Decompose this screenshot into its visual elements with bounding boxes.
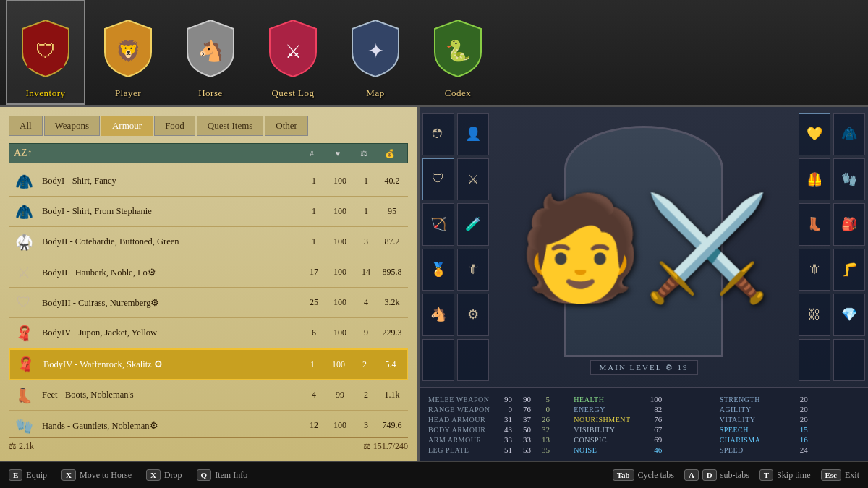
label-info: Item Info <box>215 470 247 481</box>
label-subtabs: sub-tabs <box>720 470 749 481</box>
stat-noise-label: NOISE <box>574 446 639 454</box>
eq-slot-misc3[interactable] <box>457 339 489 382</box>
key-x-horse: X <box>61 469 76 481</box>
tab-map[interactable]: ✦ Map <box>336 0 415 105</box>
key-t: T <box>760 469 773 481</box>
eq-slot-helmet[interactable]: ⛑ <box>422 113 454 155</box>
stat-body: BODY ARMOUR 43 50 32 <box>428 424 568 435</box>
filter-all[interactable]: All <box>9 116 43 136</box>
tab-codex-label: Codex <box>445 87 471 99</box>
stat-charisma-label: CHARISMA <box>720 436 785 444</box>
eq-slot-r7[interactable] <box>833 339 865 382</box>
stats-panel: MELEE WEAPON 90 90 5 RANGE WEAPON 0 76 0… <box>420 387 868 461</box>
item-wt: 3 <box>353 236 379 247</box>
stat-nourishment-label: NOURISHMENT <box>574 416 639 424</box>
eq-slot-torso-r[interactable]: 💛 <box>799 113 830 155</box>
item-qty: 1 <box>301 176 327 187</box>
item-icon: ⚔ <box>12 260 36 285</box>
stat-head-v2: 37 <box>515 415 531 424</box>
list-item[interactable]: 🧥 BodyI - Shirt, Fancy 1 100 1 40.2 <box>9 166 408 197</box>
eq-slot-gloves[interactable]: 🧤 <box>833 158 865 201</box>
item-val: 5.4 <box>378 359 404 370</box>
eq-slot-vest[interactable]: 🦺 <box>799 158 830 201</box>
eq-slot-misc2[interactable] <box>422 339 454 382</box>
horse-shield: 🐴 <box>181 12 240 85</box>
stat-range-v3: 0 <box>534 405 550 414</box>
filter-other[interactable]: Other <box>265 116 308 136</box>
svg-text:🛡: 🛡 <box>35 40 56 62</box>
eq-slot-bow[interactable]: 🏹 <box>422 203 454 246</box>
stats-mid-col: HEALTH 100 ENERGY 82 NOURISHMENT 76 VISI… <box>574 394 713 455</box>
eq-slot-badge[interactable]: 🏅 <box>422 249 454 291</box>
eq-slot-misc1[interactable]: ⚙ <box>457 294 489 336</box>
item-wt: 1 <box>353 206 379 217</box>
item-icon: 🧣 <box>13 352 38 377</box>
hotkey-exit[interactable]: Esc Exit <box>821 469 860 481</box>
item-name: BodyIII - Cuirass, Nuremberg⚙ <box>42 297 301 309</box>
eq-slot-r4[interactable]: ⛓ <box>799 294 830 336</box>
stat-agility-label: AGILITY <box>720 406 785 414</box>
tab-codex[interactable]: 🐍 Codex <box>418 0 498 105</box>
filter-food[interactable]: Food <box>154 116 195 136</box>
list-item[interactable]: 🥋 BodyII - Cotehardie, Buttoned, Green 1… <box>9 227 408 257</box>
stat-charisma-val: 16 <box>788 435 808 444</box>
character-display: 🧑‍⚔️ MAIN LEVEL ⚙ 19 <box>492 107 796 387</box>
right-panel: ⛑ 👤 🛡 ⚔ 🏹 🧪 🏅 🗡 🐴 ⚙ 🧑‍⚔️ MAIN LEV <box>420 107 868 461</box>
stats-left-col: MELEE WEAPON 90 90 5 RANGE WEAPON 0 76 0… <box>428 394 568 455</box>
list-item[interactable]: 🧣 BodyIV - Jupon, Jacket, Yellow 6 100 9… <box>9 318 408 348</box>
eq-slot-dagger[interactable]: 🗡 <box>457 249 489 291</box>
sort-button[interactable]: AZ↑ <box>14 147 33 159</box>
eq-slot-horse-item[interactable]: 🐴 <box>422 294 454 336</box>
item-name: BodyII - Cotehardie, Buttoned, Green <box>42 236 301 247</box>
item-val: 1.1k <box>379 390 405 401</box>
list-item-selected[interactable]: 🧣 BodyIV - Waffenrock, Skalitz ⚙ 1 100 2… <box>9 348 408 380</box>
stat-melee-v2: 90 <box>515 395 531 403</box>
item-list[interactable]: 🧥 BodyI - Shirt, Fancy 1 100 1 40.2 🧥 Bo… <box>9 166 408 435</box>
label-drop: Drop <box>164 470 182 481</box>
list-item[interactable]: 🧥 BodyI - Shirt, From Stephanie 1 100 1 … <box>9 197 408 227</box>
eq-slot-potion[interactable]: 🧪 <box>457 203 489 246</box>
eq-slot-bag[interactable]: 🎒 <box>833 203 865 246</box>
tab-inventory[interactable]: 🛡 Inventory <box>6 0 85 105</box>
eq-slot-boots[interactable]: 👢 <box>799 203 830 246</box>
list-item[interactable]: 👢 Feet - Boots, Nobleman's 4 99 2 1.1k <box>9 380 408 411</box>
item-name: BodyIV - Waffenrock, Skalitz ⚙ <box>43 359 299 370</box>
hotkey-drop: X Drop <box>146 469 182 481</box>
list-item[interactable]: 🧤 Hands - Gauntlets, Nobleman⚙ 12 100 3 … <box>9 411 408 435</box>
item-val: 3.2k <box>379 297 405 308</box>
hotkey-equip: E Equip <box>9 469 47 481</box>
eq-slot-shield[interactable]: 🛡 <box>422 158 454 201</box>
eq-slot-chest[interactable]: 🧥 <box>833 113 865 155</box>
stat-speed: SPEED 24 <box>720 445 859 455</box>
eq-slot-r2[interactable]: 🗡 <box>799 249 830 291</box>
slots-right: 💛 🧥 🦺 🧤 👢 🎒 🗡 🦵 ⛓ 💎 <box>796 107 868 387</box>
stat-noise: NOISE 46 <box>574 445 713 455</box>
tab-horse-label: Horse <box>198 87 223 99</box>
eq-slot-head2[interactable]: 👤 <box>457 113 489 155</box>
item-wt: 9 <box>353 328 379 338</box>
list-item[interactable]: 🛡 BodyIII - Cuirass, Nuremberg⚙ 25 100 4… <box>9 288 408 318</box>
eq-slot-r3[interactable]: 🦵 <box>833 249 865 291</box>
tab-horse[interactable]: 🐴 Horse <box>171 0 250 105</box>
list-item[interactable]: ⚔ BodyII - Hauberk, Noble, Lo⚙ 17 100 14… <box>9 257 408 288</box>
filter-weapons[interactable]: Weapons <box>44 116 100 136</box>
stat-vitality-label: VITALITY <box>720 416 785 424</box>
filter-armour[interactable]: Armour <box>101 116 153 136</box>
tab-player[interactable]: 🦁 Player <box>88 0 168 105</box>
stat-nourishment: NOURISHMENT 76 <box>574 414 713 424</box>
stat-visibility: VISIBILITY 67 <box>574 424 713 435</box>
item-name: Feet - Boots, Nobleman's <box>42 390 301 401</box>
slots-left: ⛑ 👤 🛡 ⚔ 🏹 🧪 🏅 🗡 🐴 ⚙ <box>420 107 492 387</box>
filter-questitems[interactable]: Quest Items <box>197 116 263 136</box>
codex-shield: 🐍 <box>428 12 488 85</box>
eq-slot-weapon1[interactable]: ⚔ <box>457 158 489 201</box>
stat-leg-v1: 51 <box>496 445 512 454</box>
stat-leg-v2: 53 <box>515 445 531 454</box>
item-qty: 1 <box>299 359 326 370</box>
level-bar: MAIN LEVEL ⚙ 19 <box>590 360 698 375</box>
eq-slot-r5[interactable]: 💎 <box>833 294 865 336</box>
key-x-drop: X <box>146 469 161 481</box>
item-qty: 4 <box>301 390 327 401</box>
eq-slot-r6[interactable] <box>799 339 830 382</box>
tab-questlog[interactable]: ⚔ Quest Log <box>253 0 333 105</box>
